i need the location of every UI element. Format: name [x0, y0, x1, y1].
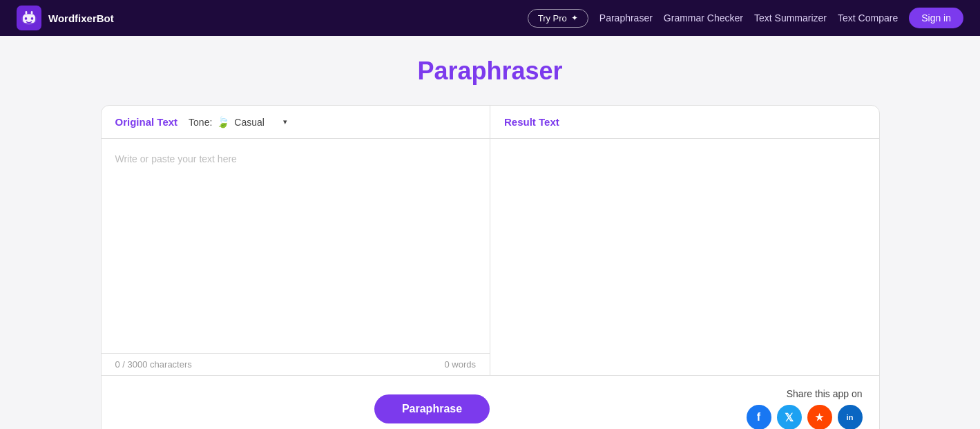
svg-point-4 [31, 17, 34, 20]
paraphraser-card: Original Text Tone: 🍃 Casual Formal Crea… [101, 105, 880, 429]
navbar: WordfixerBot Try Pro ✦ Paraphraser Gramm… [0, 0, 980, 36]
result-text-output [490, 139, 879, 353]
twitter-icon: 𝕏 [785, 411, 794, 424]
right-panel-header: Result Text [490, 106, 879, 138]
tone-wrapper[interactable]: Casual Formal Creative Fluency Simple [234, 117, 287, 128]
word-count: 0 words [444, 359, 476, 370]
nav-text-summarizer[interactable]: Text Summarizer [754, 12, 827, 23]
original-text-input[interactable] [102, 139, 490, 353]
sparkle-icon: ✦ [571, 13, 578, 23]
tone-select[interactable]: Casual Formal Creative Fluency Simple [234, 117, 282, 128]
brand-icon [17, 6, 41, 30]
svg-rect-6 [31, 11, 33, 15]
text-areas: 0 / 3000 characters 0 words [102, 139, 879, 375]
share-icons: f 𝕏 ★ in [747, 405, 863, 429]
try-pro-label: Try Pro [538, 13, 567, 23]
linkedin-icon: in [847, 413, 854, 421]
page-title: Paraphraser [101, 57, 880, 86]
footer-right: Share this app on f 𝕏 ★ in [747, 388, 863, 429]
paraphrase-button[interactable]: Paraphrase [374, 394, 490, 423]
result-text-label: Result Text [504, 116, 559, 128]
footer-left: Paraphrase [118, 394, 747, 423]
share-label: Share this app on [787, 388, 863, 399]
facebook-icon: f [757, 411, 760, 423]
svg-rect-5 [26, 11, 28, 15]
nav-paraphraser[interactable]: Paraphraser [599, 12, 653, 23]
brand-name: WordfixerBot [48, 12, 114, 24]
main-content: Paraphraser Original Text Tone: 🍃 Casual… [90, 36, 891, 429]
panel-headers: Original Text Tone: 🍃 Casual Formal Crea… [102, 106, 879, 139]
nav-grammar-checker[interactable]: Grammar Checker [664, 12, 743, 23]
share-linkedin-button[interactable]: in [838, 405, 863, 429]
tone-icon: 🍃 [216, 115, 230, 128]
left-text-area-container: 0 / 3000 characters 0 words [102, 139, 491, 375]
svg-point-3 [25, 17, 28, 20]
try-pro-button[interactable]: Try Pro ✦ [528, 9, 588, 28]
char-count-bar: 0 / 3000 characters 0 words [102, 353, 490, 375]
sign-in-button[interactable]: Sign in [909, 8, 963, 28]
share-twitter-button[interactable]: 𝕏 [777, 405, 802, 429]
original-text-label: Original Text [115, 116, 178, 128]
right-text-area-container [490, 139, 879, 375]
tone-section: Tone: 🍃 Casual Formal Creative Fluency S… [189, 115, 287, 128]
share-facebook-button[interactable]: f [747, 405, 771, 429]
reddit-icon: ★ [815, 412, 824, 423]
share-reddit-button[interactable]: ★ [807, 405, 832, 429]
nav-text-compare[interactable]: Text Compare [838, 12, 898, 23]
tone-label: Tone: [189, 117, 212, 128]
brand: WordfixerBot [17, 6, 114, 30]
left-panel-header: Original Text Tone: 🍃 Casual Formal Crea… [102, 106, 491, 138]
char-count: 0 / 3000 characters [115, 359, 192, 370]
card-footer: Paraphrase Share this app on f 𝕏 ★ in [102, 375, 879, 429]
